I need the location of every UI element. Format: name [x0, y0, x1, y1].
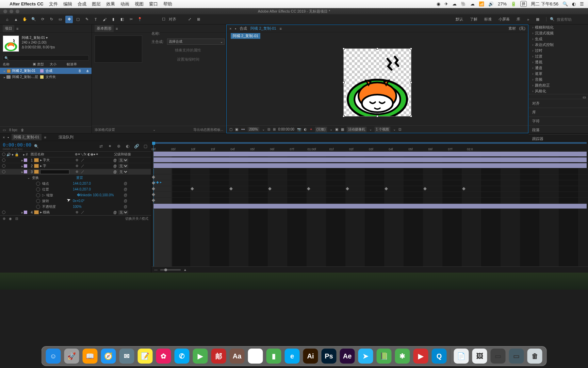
viewer-resolution[interactable]: (完整)	[315, 127, 327, 132]
viewer-btn[interactable]: 👓	[241, 127, 245, 131]
viewer-canvas[interactable]	[227, 39, 528, 125]
property-value[interactable]: 144.0,207.0	[73, 187, 91, 191]
dock-app[interactable]: 🗑	[527, 349, 542, 364]
track-row[interactable]	[151, 151, 588, 157]
dock-app[interactable]: 📝	[138, 349, 153, 364]
time-ruler[interactable]: 00f05f10f15f04f05f06f07f01:00f01f02f03f0…	[151, 141, 588, 151]
close-tab-icon[interactable]: ×	[229, 27, 231, 31]
expression-pickwhip-icon[interactable]: @	[124, 205, 127, 209]
dock-app[interactable]: ▭	[491, 349, 506, 364]
camera-tool[interactable]: ▭	[56, 16, 64, 23]
project-tab[interactable]: 项目	[3, 25, 14, 32]
menu-composition[interactable]: 合成	[78, 1, 86, 7]
dock-app[interactable]: Ps	[322, 349, 337, 364]
graph-icon[interactable]: ▷	[42, 193, 45, 197]
track-row[interactable]	[151, 198, 588, 203]
workspace-standard[interactable]: 标准	[484, 17, 492, 22]
viewer-btn[interactable]: ⊟	[267, 127, 270, 131]
tl-opt-icon[interactable]: ◐	[125, 143, 131, 149]
keyframe[interactable]	[152, 193, 155, 196]
layer-row[interactable]: ▸ 1 ▸ 字大 ⊕ ／ @ 无	[0, 157, 151, 163]
zoom-out-icon[interactable]: —	[154, 268, 158, 272]
home-icon[interactable]: ⌂	[3, 16, 11, 23]
siri-icon[interactable]: ◐	[572, 1, 576, 6]
dock-app[interactable]: Q	[432, 349, 447, 364]
pen-tool[interactable]: ✎	[83, 16, 91, 23]
track-row[interactable]	[151, 163, 588, 169]
snap-checkbox[interactable]: ☐	[160, 16, 167, 23]
menu-file[interactable]: 文件	[49, 1, 58, 7]
viewer-btn[interactable]: ⊞	[273, 127, 276, 131]
close-tab-icon[interactable]: ×	[3, 135, 5, 139]
layer-row[interactable]: ▸ 4 ▸ 线稿 ⊕ ／ @ 无	[0, 210, 151, 215]
side-panel-库[interactable]: 库	[529, 108, 588, 117]
pan-behind-tool[interactable]: ✥	[65, 16, 73, 23]
dock-app[interactable]: 📄	[454, 349, 469, 364]
toggle-switches[interactable]: 切换开关 / 模式	[125, 216, 148, 221]
property-rotation[interactable]: 旋转0x+0.0°@	[0, 198, 151, 204]
fx-category[interactable]: 颜色校正	[529, 82, 588, 88]
keyframe[interactable]	[152, 175, 155, 179]
fx-category[interactable]: 过渡	[529, 53, 588, 59]
col-type[interactable]: 类型	[37, 62, 44, 66]
keyframe[interactable]	[385, 187, 388, 190]
zoom-in-icon[interactable]: ▲	[183, 268, 187, 272]
layer-switches[interactable]: ⊕ ／	[74, 169, 113, 174]
visibility-toggle[interactable]	[2, 211, 5, 214]
layer-bar[interactable]	[153, 204, 587, 209]
lock-icon[interactable]: ▪	[7, 135, 9, 139]
keyframe[interactable]	[307, 187, 310, 190]
col-name[interactable]: 名称	[3, 62, 33, 67]
lock-icon[interactable]: ▪	[235, 27, 236, 31]
layer-switches[interactable]: ⊕ ／	[74, 210, 113, 215]
tl-opt-icon[interactable]: 🔗	[133, 143, 140, 149]
menu-view[interactable]: 视图	[135, 1, 144, 7]
workspace-default[interactable]: 默认	[456, 17, 463, 22]
track-row[interactable]	[151, 203, 588, 209]
egp-poster[interactable]: 设置海报时间	[151, 55, 225, 64]
egp-tab[interactable]: 基本图形	[95, 25, 114, 32]
keyframe[interactable]	[346, 187, 349, 190]
tool-opt-icon[interactable]: ⊞	[195, 16, 202, 23]
dock-app[interactable]: ✿	[156, 349, 171, 364]
project-row[interactable]: ▸ 阿橘 2_复制-01 合成 8 ⋔	[0, 68, 92, 74]
timeline-search-icon[interactable]: 🔍	[34, 144, 39, 149]
col-fps[interactable]: 帧速率	[67, 62, 89, 67]
tl-foot-icon[interactable]: ⊟	[15, 217, 18, 220]
egp-add-format[interactable]: 添加格式设置	[95, 127, 115, 132]
twisty-icon[interactable]: ▸	[20, 164, 24, 168]
workspace-more[interactable]: »	[527, 17, 529, 21]
menu-help[interactable]: 帮助	[163, 1, 172, 7]
panel-menu-icon[interactable]: ≡	[44, 135, 46, 139]
new-bin-icon[interactable]: ▭	[583, 95, 586, 98]
dock-app[interactable]: 邮	[211, 349, 226, 364]
keyframe[interactable]	[191, 187, 194, 190]
zoom-slider[interactable]	[160, 269, 181, 271]
orbit-tool[interactable]: ⟳	[39, 16, 46, 23]
property-value[interactable]: �linkedin 100.0,100.0%	[77, 193, 114, 197]
side-panel-对齐[interactable]: 对齐	[529, 99, 588, 108]
col-layer-name[interactable]: 图层名称	[31, 152, 75, 157]
workspace-learn[interactable]: 了解	[470, 17, 477, 22]
stopwatch-icon[interactable]	[36, 205, 40, 209]
tl-opt-icon[interactable]: ✦	[107, 143, 113, 149]
dock-app[interactable]: ✉	[119, 349, 134, 364]
pickwhip-icon[interactable]: @	[113, 170, 117, 174]
project-row[interactable]: ▸ 阿橘 2_复制-...层 文件夹	[0, 74, 92, 80]
layer-name-input[interactable]	[40, 170, 69, 174]
pickwhip-icon[interactable]: @	[113, 164, 117, 168]
dock-app[interactable]: Ae	[340, 349, 355, 364]
tl-foot-icon[interactable]: ◉	[9, 217, 12, 220]
dock-app[interactable]: ▮	[266, 349, 281, 364]
interpret-icon[interactable]: ▭	[3, 128, 6, 132]
transform-group[interactable]: ⌄变换重置	[0, 175, 151, 181]
layer-switches[interactable]: ⊕ ／	[74, 158, 113, 163]
volume-icon[interactable]: 🔊	[488, 1, 494, 6]
viewer-btn[interactable]: ◐	[304, 127, 307, 131]
fx-category[interactable]: 沉浸式视频	[529, 30, 588, 36]
notification-center-icon[interactable]: ☰	[580, 1, 584, 6]
panel-menu-icon[interactable]: ≡	[116, 27, 118, 31]
fx-category[interactable]: 生成	[529, 36, 588, 42]
clone-tool[interactable]: ▮	[110, 16, 117, 23]
layer-color[interactable]	[24, 158, 27, 162]
